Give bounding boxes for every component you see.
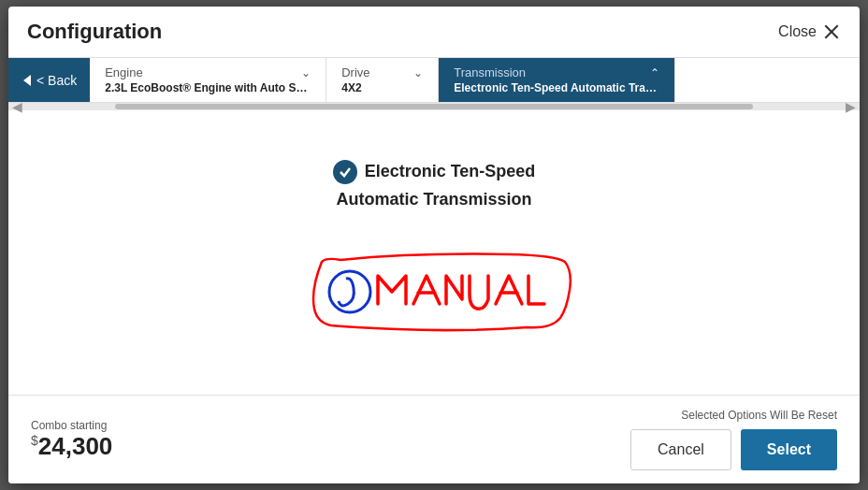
close-label: Close <box>778 23 817 40</box>
scroll-track: ◀ ▶ <box>8 103 860 110</box>
transmission-nav-label: Transmission <box>454 65 526 79</box>
engine-chevron-icon: ⌄ <box>301 66 311 79</box>
option-name: Electronic Ten-Speed <box>365 162 536 181</box>
back-icon <box>22 75 33 86</box>
engine-nav-value: 2.3L EcoBoost® Engine with Auto Start-St… <box>105 81 311 94</box>
combo-label: Combo starting <box>31 419 112 432</box>
modal-content: Electronic Ten-Speed Automatic Transmiss… <box>8 110 860 395</box>
close-icon <box>822 22 841 41</box>
transmission-nav-value: Electronic Ten-Speed Automatic Transmiss… <box>454 81 659 94</box>
reset-notice: Selected Options Will Be Reset <box>681 409 837 422</box>
nav-item-drive[interactable]: Drive ⌄ 4X2 <box>326 58 439 102</box>
cancel-button[interactable]: Cancel <box>630 429 731 470</box>
option-item-transmission: Electronic Ten-Speed Automatic Transmiss… <box>275 160 593 346</box>
nav-item-transmission[interactable]: Transmission ⌃ Electronic Ten-Speed Auto… <box>439 58 675 102</box>
close-button[interactable]: Close <box>778 22 841 41</box>
configuration-modal: Configuration Close < Back Engine ⌄ 2.3L… <box>8 7 860 483</box>
option-sub: Automatic Transmission <box>336 190 531 209</box>
svg-point-3 <box>329 271 370 312</box>
modal-header: Configuration Close <box>8 7 860 58</box>
price-value: $24,300 <box>31 432 112 461</box>
drive-nav-value: 4X2 <box>341 81 423 94</box>
manual-drawing-svg <box>275 224 593 346</box>
drive-chevron-icon: ⌄ <box>413 66 423 79</box>
option-header: Electronic Ten-Speed <box>333 160 536 184</box>
footer-right: Selected Options Will Be Reset Cancel Se… <box>630 409 837 470</box>
select-button[interactable]: Select <box>741 429 837 470</box>
transmission-chevron-icon: ⌃ <box>650 66 659 79</box>
price-prefix: $ <box>31 433 38 448</box>
modal-title: Configuration <box>27 20 162 44</box>
back-button[interactable]: < Back <box>8 58 90 102</box>
config-nav: < Back Engine ⌄ 2.3L EcoBoost® Engine wi… <box>8 58 860 103</box>
nav-item-engine[interactable]: Engine ⌄ 2.3L EcoBoost® Engine with Auto… <box>90 58 326 102</box>
check-icon <box>333 160 357 184</box>
svg-marker-2 <box>23 75 31 86</box>
drive-nav-label: Drive <box>341 65 369 79</box>
engine-nav-label: Engine <box>105 65 142 79</box>
scroll-thumb <box>115 104 754 109</box>
manual-drawing <box>275 224 593 346</box>
price-number: 24,300 <box>38 432 113 460</box>
back-label: < Back <box>36 73 77 88</box>
footer-buttons: Cancel Select <box>630 429 837 470</box>
price-section: Combo starting $24,300 <box>31 419 112 461</box>
modal-footer: Combo starting $24,300 Selected Options … <box>8 395 860 483</box>
